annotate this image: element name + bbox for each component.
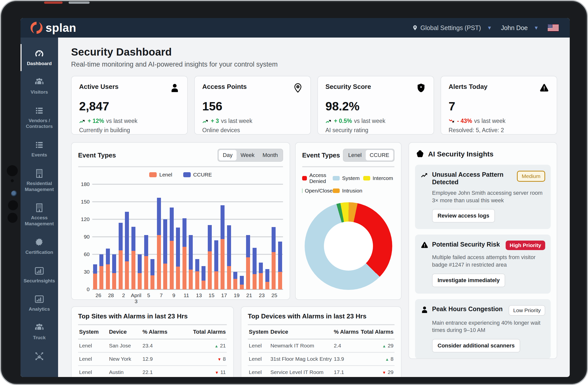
brand-name: splan [46, 21, 76, 35]
insight-action-button[interactable]: Review access logs [432, 209, 495, 223]
priority-badge: Medium [517, 171, 545, 182]
toggle-lenel[interactable]: Lenel [344, 150, 366, 160]
legend-swatch [333, 188, 340, 193]
alert-icon [421, 241, 429, 249]
sidebar-item-label: Vendors / Contractors [22, 118, 57, 130]
stat-note: AI security rating [325, 127, 426, 134]
bar-segment-ccure [138, 254, 142, 273]
stacked-bar [278, 242, 282, 289]
stacked-bar [163, 219, 167, 289]
stat-card-active-users: Active Users 2,847 + 12% vs last week Cu… [71, 76, 188, 135]
cell-total-alarms: ▲29 [360, 339, 395, 352]
bar-segment-lenel [265, 282, 269, 289]
table-row: LenelNew York12.9▼8 [78, 352, 227, 366]
bar-segment-lenel [93, 274, 97, 289]
cell-system: Lenel [78, 339, 108, 352]
devices-alarms-table: SystemDevice% AlarmsTotal Alarms LenelNe… [248, 324, 395, 377]
sidebar-item-access-management[interactable]: Access Management [21, 198, 58, 231]
stat-title: Alerts Today [449, 83, 488, 91]
stacked-bar [131, 227, 135, 289]
splan-logo[interactable]: splan [30, 21, 76, 35]
user-menu[interactable]: John Doe ▼ [501, 24, 539, 32]
cell-system: Lenel [78, 352, 108, 366]
sidebar-item-analytics[interactable]: Analytics [21, 290, 58, 317]
bar-segment-lenel [125, 261, 129, 289]
chart-icon [34, 294, 44, 304]
bar-segment-ccure [112, 254, 116, 273]
bar-segment-lenel [278, 272, 282, 289]
sidebar-item-securinsights[interactable]: SecurInsights [21, 261, 58, 288]
legend-swatch [149, 172, 157, 177]
front-camera-lens [11, 190, 18, 197]
legend-item-system: System [333, 172, 363, 184]
bar-segment-ccure [227, 225, 231, 266]
stacked-bar [93, 264, 97, 289]
sites-alarms-table: SystemDevice% AlarmsTotal Alarms LenelSa… [78, 324, 227, 377]
sidebar-item-events[interactable]: Events [21, 135, 58, 162]
insight-action-button[interactable]: Consider additional scanners [432, 339, 520, 352]
bar-segment-ccure [157, 198, 161, 235]
bar-segment-lenel [138, 273, 142, 289]
brain-icon [415, 149, 425, 159]
trend-up-icon [202, 118, 209, 124]
stacked-bar [202, 266, 206, 289]
bar-segment-ccure [131, 227, 135, 251]
system-toggle: LenelCCURE [343, 149, 395, 162]
bar-segment-ccure [125, 212, 129, 261]
bar-segment-lenel [202, 281, 206, 289]
tablet-frame: splan Global Settings (PST) ▼ John Doe ▼ [0, 0, 588, 385]
trend-down-icon: ▼ [215, 370, 219, 375]
y-tick-label: 120 [81, 216, 90, 222]
shield-icon [416, 83, 426, 93]
stat-title: Security Score [325, 83, 371, 91]
legend-item-intrusion: Intrusion [333, 188, 363, 194]
bar-segment-ccure [208, 225, 212, 251]
sidebar-item-certification[interactable]: Certification [21, 233, 58, 260]
bar-segment-ccure [233, 272, 237, 279]
sidebar-item-vendors-contractors[interactable]: Vendors / Contractors [21, 101, 58, 134]
insight-action-button[interactable]: Investigate immediately [432, 274, 505, 287]
toggle-week[interactable]: Week [237, 150, 259, 160]
toggle-day[interactable]: Day [219, 150, 237, 160]
legend-swatch [302, 188, 302, 193]
stat-change: + 0.5% [334, 118, 352, 124]
sidebar-item-label: Events [32, 152, 47, 158]
table-row: LenelSan Jose23.4▲21 [78, 339, 227, 352]
user-name: John Doe [501, 24, 528, 32]
table-row: LenelNewmark IT Room2.4▲29 [248, 339, 395, 352]
y-tick-label: 180 [81, 181, 90, 187]
stat-value: 156 [202, 99, 303, 113]
toggle-month[interactable]: Month [259, 150, 282, 160]
x-tick-label: 26 [92, 292, 105, 304]
bar-segment-ccure [144, 235, 148, 256]
legend-swatch [333, 176, 340, 180]
person-icon [170, 83, 180, 93]
bar-segment-ccure [106, 249, 110, 264]
table-header: SystemDevice% AlarmsTotal Alarms [248, 325, 395, 339]
screen: splan Global Settings (PST) ▼ John Doe ▼ [21, 18, 570, 377]
stacked-bar [246, 235, 250, 289]
sidebar-item-truck[interactable]: Truck [21, 318, 58, 345]
column-header: System [78, 325, 108, 339]
bar-segment-lenel [163, 264, 167, 289]
x-tick-label: 5 [142, 292, 155, 304]
x-tick-label: 13 [193, 292, 205, 304]
sidebar-item-residential-management[interactable]: Residential Management [21, 164, 58, 197]
stacked-bar [138, 254, 142, 289]
sidebar-item-label: SecurInsights [24, 278, 55, 284]
cell-total-alarms: ▼8 [179, 352, 227, 366]
global-settings-dropdown[interactable]: Global Settings (PST) ▼ [412, 24, 492, 32]
sidebar-item-visitors[interactable]: Visitors [21, 73, 58, 100]
legend-item-lenel: Lenel [149, 172, 172, 178]
sidebar-item-dashboard[interactable]: Dashboard [21, 44, 58, 71]
stacked-bar [170, 208, 174, 289]
stat-compare: vs last week [354, 118, 385, 124]
bar-segment-lenel [144, 256, 148, 289]
sidebar-item-muster[interactable] [21, 347, 58, 366]
insight-title: Unusual Access Pattern Detected [432, 171, 513, 186]
us-flag-icon[interactable] [548, 24, 559, 31]
stacked-bar [195, 259, 199, 289]
bar-segment-lenel [240, 285, 244, 289]
stat-change: + 3 [211, 118, 219, 124]
toggle-ccure[interactable]: CCURE [366, 150, 393, 160]
